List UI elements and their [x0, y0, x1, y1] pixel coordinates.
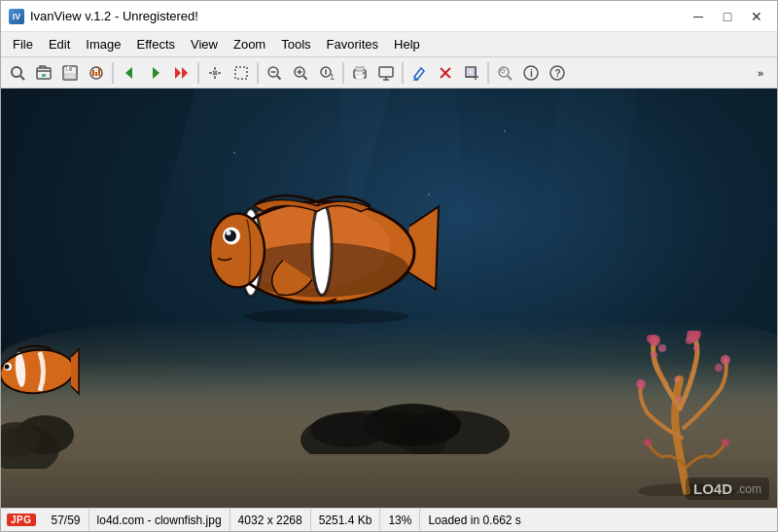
svg-point-91: [644, 439, 652, 446]
svg-rect-2: [37, 68, 51, 79]
particle-5: [157, 235, 158, 236]
toolbar-print-btn[interactable]: [347, 60, 372, 86]
menu-file[interactable]: File: [5, 35, 41, 53]
status-counter: 57/59: [44, 509, 89, 531]
toolbar-edit2-btn[interactable]: [407, 60, 432, 86]
title-bar: IV IvanView v.1.2 - Unregistered! ─ □ ✕: [1, 1, 777, 32]
toolbar-fastforward-btn[interactable]: [169, 60, 194, 86]
svg-point-88: [674, 376, 680, 382]
svg-text:?: ?: [555, 68, 561, 79]
toolbar-monitor-btn[interactable]: [373, 60, 399, 86]
anemone-svg: [614, 331, 760, 496]
toolbar-pan-btn[interactable]: [202, 60, 228, 86]
svg-rect-32: [379, 67, 393, 77]
status-filesize: 5251.4 Kb: [311, 509, 381, 531]
menu-favorites[interactable]: Favorites: [319, 35, 386, 53]
svg-point-70: [314, 203, 330, 293]
separator-5: [402, 62, 404, 84]
svg-point-0: [12, 67, 21, 77]
status-dimensions: 4032 x 2268: [230, 509, 311, 531]
toolbar-open2-btn[interactable]: [31, 60, 56, 86]
toolbar-properties-btn[interactable]: [84, 60, 109, 86]
toolbar: 1 i ? »: [1, 57, 777, 89]
watermark: LO4D.com: [686, 478, 769, 500]
toolbar-help2-btn[interactable]: ?: [545, 60, 570, 86]
menu-zoom[interactable]: Zoom: [226, 35, 273, 53]
watermark-text: LO4D: [693, 480, 732, 497]
menu-help[interactable]: Help: [386, 35, 428, 53]
menu-edit[interactable]: Edit: [41, 35, 78, 53]
svg-marker-15: [182, 67, 188, 79]
separator-4: [342, 62, 344, 84]
svg-marker-12: [125, 67, 132, 79]
svg-rect-29: [356, 67, 364, 71]
menu-image[interactable]: Image: [78, 35, 128, 53]
svg-point-85: [658, 344, 666, 352]
toolbar-zoomfit-btn[interactable]: 1: [314, 60, 339, 86]
svg-point-82: [636, 379, 646, 389]
main-window: IV IvanView v.1.2 - Unregistered! ─ □ ✕ …: [0, 0, 778, 532]
svg-point-77: [227, 231, 231, 235]
svg-point-16: [213, 71, 217, 75]
toolbar-zoomin-btn[interactable]: [288, 60, 313, 86]
svg-point-43: [499, 67, 509, 77]
toolbar-open-btn[interactable]: [5, 60, 30, 86]
status-filetype-badge: JPG: [7, 514, 36, 526]
toolbar-delete-btn[interactable]: [433, 60, 458, 86]
svg-point-90: [722, 439, 729, 446]
svg-point-93: [693, 345, 699, 351]
svg-point-81: [721, 355, 730, 365]
svg-point-83: [647, 335, 654, 342]
separator-2: [197, 62, 199, 84]
restore-button[interactable]: □: [715, 7, 740, 26]
minimize-button[interactable]: ─: [686, 7, 711, 26]
menu-view[interactable]: View: [183, 35, 226, 53]
svg-line-24: [303, 76, 307, 80]
toolbar-crop-btn[interactable]: [459, 60, 484, 86]
svg-point-31: [363, 72, 365, 74]
window-title: IvanView v.1.2 - Unregistered!: [30, 9, 198, 23]
particle-3: [545, 172, 546, 173]
toolbar-file-group: [31, 60, 109, 86]
aquarium-background: LO4D.com: [1, 89, 777, 508]
status-bar: JPG 57/59 lo4d.com - clownfish.jpg 4032 …: [1, 508, 777, 531]
svg-text:1: 1: [330, 72, 335, 82]
particle-4: [504, 130, 506, 132]
svg-point-86: [686, 337, 693, 344]
separator-1: [112, 62, 114, 84]
status-zoom: 13%: [380, 509, 420, 531]
svg-marker-13: [153, 67, 159, 79]
menu-effects[interactable]: Effects: [129, 35, 184, 53]
toolbar-expand-btn[interactable]: »: [748, 60, 773, 86]
toolbar-prev-btn[interactable]: [117, 60, 142, 86]
svg-rect-3: [42, 74, 46, 77]
watermark-com: .com: [736, 482, 761, 496]
svg-line-44: [508, 76, 512, 80]
svg-rect-17: [235, 67, 247, 79]
toolbar-search2-btn[interactable]: [492, 60, 517, 86]
toolbar-select-btn[interactable]: [229, 60, 254, 86]
svg-rect-6: [67, 66, 69, 70]
title-bar-left: IV IvanView v.1.2 - Unregistered!: [9, 9, 198, 24]
close-button[interactable]: ✕: [744, 7, 769, 26]
image-area: LO4D.com: [1, 89, 777, 508]
menu-bar: File Edit Image Effects View Zoom Tools …: [1, 32, 777, 57]
svg-rect-30: [356, 75, 364, 79]
toolbar-nav-group: [117, 60, 194, 86]
toolbar-next-btn[interactable]: [143, 60, 168, 86]
window-controls: ─ □ ✕: [686, 7, 769, 26]
svg-line-1: [20, 76, 24, 80]
toolbar-info-btn[interactable]: i: [518, 60, 544, 86]
light-ray-3: [528, 89, 638, 319]
status-loadtime: Loaded in 0.662 s: [420, 509, 528, 531]
menu-tools[interactable]: Tools: [273, 35, 318, 53]
watermark-logo: LO4D.com: [686, 478, 769, 500]
svg-point-89: [677, 396, 683, 402]
toolbar-zoomout-btn[interactable]: [262, 60, 287, 86]
toolbar-save-btn[interactable]: [57, 60, 83, 86]
svg-rect-40: [468, 69, 474, 75]
svg-marker-14: [175, 67, 181, 79]
svg-point-87: [715, 364, 723, 372]
status-filename: lo4d.com - clownfish.jpg: [89, 509, 230, 531]
svg-line-20: [277, 76, 281, 80]
